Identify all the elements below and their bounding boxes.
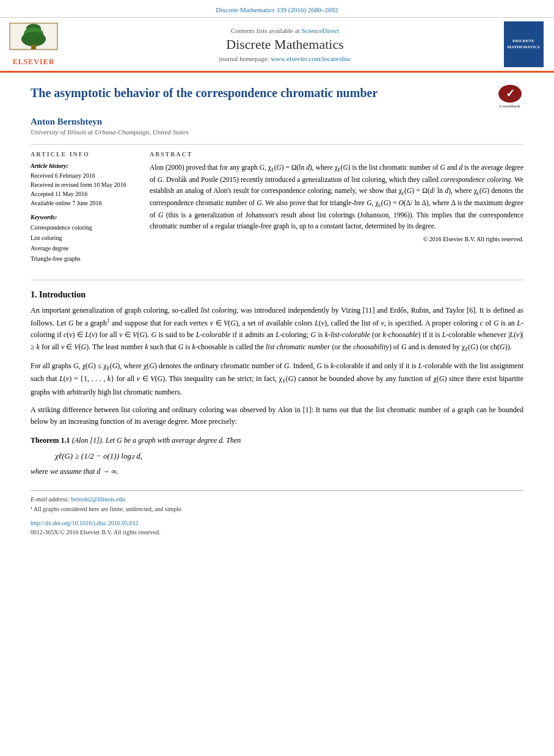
copyright-notice: © 2016 Elsevier B.V. All rights reserved…: [150, 236, 523, 242]
theorem-citation: (Alon [1]).: [72, 436, 106, 445]
journal-cover: DISCRETE MATHEMATICS: [504, 21, 544, 67]
theorem-formula: χℓ(G) ≥ (1/2 − o(1)) log₂ d,: [55, 451, 523, 461]
abstract-text: Alon (2000) proved that for any graph G,…: [150, 162, 523, 232]
abstract-heading: ABSTRACT: [150, 151, 523, 158]
article-history: Article history: Received 6 February 201…: [31, 162, 137, 208]
revised-date: Received in revised form 10 May 2016: [31, 180, 137, 189]
svg-rect-4: [31, 45, 36, 49]
crossmark-logo[interactable]: ✓: [498, 85, 522, 103]
intro-paragraph-3: A striking difference between list color…: [31, 404, 523, 427]
divider-2: [31, 280, 523, 280]
elsevier-wordmark: ELSEVIER: [13, 57, 55, 67]
svg-point-3: [21, 32, 46, 46]
article-info-heading: ARTICLE INFO: [31, 151, 137, 158]
journal-title: Discrete Mathematics: [71, 37, 499, 53]
article-meta: ARTICLE INFO Article history: Received 6…: [31, 151, 523, 270]
keyword-3: Average degree: [31, 243, 137, 253]
science-direct-link[interactable]: ScienceDirect: [301, 27, 339, 34]
article-history-label: Article history:: [31, 162, 137, 169]
accepted-date: Accepted 11 May 2016: [31, 189, 137, 198]
author-affiliation: University of Illinois at Urbana-Champai…: [31, 128, 523, 136]
crossmark-label: CrossMark: [499, 104, 520, 109]
journal-cover-text: DISCRETE MATHEMATICS: [504, 37, 544, 51]
journal-cover-area: DISCRETE MATHEMATICS: [499, 21, 548, 67]
science-direct-notice: Contents lists available at ScienceDirec…: [71, 27, 499, 34]
journal-homepage-link[interactable]: www.elsevier.com/locate/disc: [271, 55, 351, 62]
crossmark-icon: ✓: [501, 85, 519, 102]
elsevier-logo: ELSEVIER: [6, 23, 61, 67]
theorem-statement: Let G be a graph with average degree d. …: [106, 436, 241, 445]
email-footnote: E-mail address: bernsht2@illinois.edu: [31, 495, 523, 504]
article-title: The asymptotic behavior of the correspon…: [31, 85, 490, 101]
header-center: Contents lists available at ScienceDirec…: [71, 27, 499, 62]
svg-text:✓: ✓: [505, 87, 514, 100]
received-date: Received 6 February 2016: [31, 171, 137, 180]
journal-header: Discrete Mathematics 339 (2016) 2680–269…: [0, 0, 554, 18]
article-title-area: The asymptotic behavior of the correspon…: [31, 85, 523, 109]
journal-reference-link[interactable]: Discrete Mathematics 339 (2016) 2680–269…: [216, 6, 338, 13]
keyword-4: Triangle-free graphs: [31, 253, 137, 264]
keywords-section: Keywords: Correspondence coloring List c…: [31, 214, 137, 264]
footnotes-area: E-mail address: bernsht2@illinois.edu ¹ …: [31, 490, 523, 514]
doi-link[interactable]: http://dx.doi.org/10.1016/j.disc.2016.05…: [31, 520, 139, 526]
theorem-header: Theorem 1.1 (Alon [1]). Let G be a graph…: [31, 435, 523, 446]
theorem-label: Theorem 1.1: [31, 436, 70, 445]
introduction-heading: 1. Introduction: [31, 290, 523, 300]
doi-area: http://dx.doi.org/10.1016/j.disc.2016.05…: [31, 518, 523, 528]
available-date: Available online 7 June 2016: [31, 198, 137, 208]
crossmark-area: ✓ CrossMark: [496, 85, 523, 109]
article-info-panel: ARTICLE INFO Article history: Received 6…: [31, 151, 137, 270]
intro-paragraph-1: An important generalization of graph col…: [31, 305, 523, 354]
theorem-conclusion: where we assume that d → ∞.: [31, 466, 523, 478]
email-link[interactable]: bernsht2@illinois.edu: [71, 496, 125, 503]
elsevier-logo-svg: [9, 23, 58, 56]
keyword-2: List coloring: [31, 233, 137, 243]
issn-line: 0012-365X/© 2016 Elsevier B.V. All right…: [31, 528, 523, 537]
theorem-1-1: Theorem 1.1 (Alon [1]). Let G be a graph…: [31, 435, 523, 478]
header-band: ELSEVIER Contents lists available at Sci…: [0, 18, 554, 73]
keyword-1: Correspondence coloring: [31, 222, 137, 233]
keywords-label: Keywords:: [31, 214, 137, 220]
keywords-list: Correspondence coloring List coloring Av…: [31, 222, 137, 264]
divider-1: [31, 144, 523, 145]
journal-homepage: journal homepage: www.elsevier.com/locat…: [71, 55, 499, 62]
article-content: The asymptotic behavior of the correspon…: [0, 73, 554, 550]
author-name: Anton Bernshteyn: [31, 117, 523, 127]
intro-paragraph-2: For all graphs G, χ(G) ≤ χℓ(G), where χ(…: [31, 360, 523, 398]
footnote-1: ¹ All graphs considered here are finite,…: [31, 504, 523, 514]
abstract-panel: ABSTRACT Alon (2000) proved that for any…: [150, 151, 523, 270]
